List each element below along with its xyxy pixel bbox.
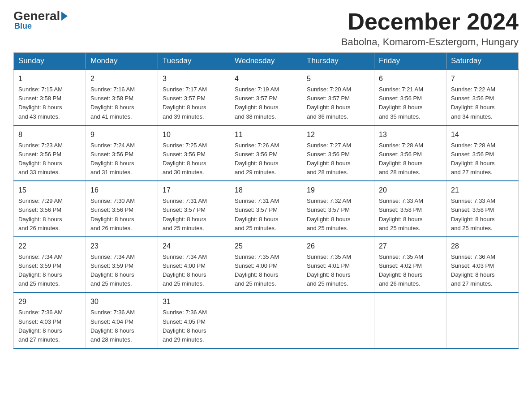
col-friday: Friday: [374, 53, 446, 70]
logo-blue-text: Blue: [14, 21, 32, 31]
table-row: 24Sunrise: 7:34 AMSunset: 4:00 PMDayligh…: [158, 237, 230, 293]
day-number: 30: [90, 296, 153, 307]
day-info: Sunrise: 7:21 AMSunset: 3:56 PMDaylight:…: [379, 85, 442, 121]
day-number: 25: [235, 241, 297, 252]
table-row: 1Sunrise: 7:15 AMSunset: 3:58 PMDaylight…: [14, 69, 86, 125]
day-number: 24: [163, 241, 225, 252]
table-row: 13Sunrise: 7:28 AMSunset: 3:56 PMDayligh…: [374, 125, 446, 181]
day-info: Sunrise: 7:36 AMSunset: 4:04 PMDaylight:…: [90, 308, 153, 344]
col-monday: Monday: [86, 53, 158, 70]
day-number: 6: [379, 73, 442, 84]
day-number: 10: [163, 129, 225, 140]
table-row: 30Sunrise: 7:36 AMSunset: 4:04 PMDayligh…: [86, 292, 158, 348]
table-row: 19Sunrise: 7:32 AMSunset: 3:57 PMDayligh…: [302, 181, 374, 237]
table-row: 29Sunrise: 7:36 AMSunset: 4:03 PMDayligh…: [14, 292, 86, 348]
calendar-table: Sunday Monday Tuesday Wednesday Thursday…: [13, 52, 519, 349]
day-number: 19: [307, 185, 369, 196]
day-info: Sunrise: 7:35 AMSunset: 4:01 PMDaylight:…: [307, 253, 369, 289]
day-number: 15: [18, 185, 81, 196]
col-thursday: Thursday: [302, 53, 374, 70]
day-info: Sunrise: 7:31 AMSunset: 3:57 PMDaylight:…: [235, 197, 297, 233]
table-row: 17Sunrise: 7:31 AMSunset: 3:57 PMDayligh…: [158, 181, 230, 237]
day-number: 31: [163, 296, 225, 307]
day-number: 27: [379, 241, 442, 252]
day-number: 29: [18, 296, 81, 307]
day-info: Sunrise: 7:34 AMSunset: 3:59 PMDaylight:…: [18, 253, 81, 289]
day-info: Sunrise: 7:28 AMSunset: 3:56 PMDaylight:…: [451, 141, 514, 177]
day-number: 12: [307, 129, 369, 140]
day-number: 3: [163, 73, 225, 84]
month-title: December 2024: [341, 9, 519, 34]
table-row: 12Sunrise: 7:27 AMSunset: 3:56 PMDayligh…: [302, 125, 374, 181]
table-row: [302, 292, 374, 348]
day-number: 26: [307, 241, 369, 252]
day-info: Sunrise: 7:35 AMSunset: 4:00 PMDaylight:…: [235, 253, 297, 289]
day-info: Sunrise: 7:36 AMSunset: 4:03 PMDaylight:…: [18, 308, 81, 344]
table-row: 10Sunrise: 7:25 AMSunset: 3:56 PMDayligh…: [158, 125, 230, 181]
table-row: 5Sunrise: 7:20 AMSunset: 3:57 PMDaylight…: [302, 69, 374, 125]
day-number: 7: [451, 73, 514, 84]
day-number: 11: [235, 129, 297, 140]
table-row: 14Sunrise: 7:28 AMSunset: 3:56 PMDayligh…: [446, 125, 519, 181]
table-row: 15Sunrise: 7:29 AMSunset: 3:56 PMDayligh…: [14, 181, 86, 237]
table-row: 8Sunrise: 7:23 AMSunset: 3:56 PMDaylight…: [14, 125, 86, 181]
day-info: Sunrise: 7:36 AMSunset: 4:03 PMDaylight:…: [451, 253, 514, 289]
table-row: [446, 292, 519, 348]
day-info: Sunrise: 7:28 AMSunset: 3:56 PMDaylight:…: [379, 141, 442, 177]
table-row: 31Sunrise: 7:36 AMSunset: 4:05 PMDayligh…: [158, 292, 230, 348]
day-number: 16: [90, 185, 153, 196]
table-row: 26Sunrise: 7:35 AMSunset: 4:01 PMDayligh…: [302, 237, 374, 293]
col-tuesday: Tuesday: [158, 53, 230, 70]
col-saturday: Saturday: [446, 53, 519, 70]
day-info: Sunrise: 7:20 AMSunset: 3:57 PMDaylight:…: [307, 85, 369, 121]
day-info: Sunrise: 7:26 AMSunset: 3:56 PMDaylight:…: [235, 141, 297, 177]
day-number: 14: [451, 129, 514, 140]
day-info: Sunrise: 7:24 AMSunset: 3:56 PMDaylight:…: [90, 141, 153, 177]
table-row: 18Sunrise: 7:31 AMSunset: 3:57 PMDayligh…: [230, 181, 302, 237]
day-info: Sunrise: 7:35 AMSunset: 4:02 PMDaylight:…: [379, 253, 442, 289]
table-row: 23Sunrise: 7:34 AMSunset: 3:59 PMDayligh…: [86, 237, 158, 293]
table-row: 2Sunrise: 7:16 AMSunset: 3:58 PMDaylight…: [86, 69, 158, 125]
day-number: 2: [90, 73, 153, 84]
day-number: 13: [379, 129, 442, 140]
day-info: Sunrise: 7:36 AMSunset: 4:05 PMDaylight:…: [163, 308, 225, 344]
day-number: 1: [18, 73, 81, 84]
day-number: 20: [379, 185, 442, 196]
table-row: 25Sunrise: 7:35 AMSunset: 4:00 PMDayligh…: [230, 237, 302, 293]
table-row: [230, 292, 302, 348]
table-row: 4Sunrise: 7:19 AMSunset: 3:57 PMDaylight…: [230, 69, 302, 125]
day-info: Sunrise: 7:34 AMSunset: 4:00 PMDaylight:…: [163, 253, 225, 289]
calendar-week-row: 29Sunrise: 7:36 AMSunset: 4:03 PMDayligh…: [14, 292, 519, 348]
day-number: 22: [18, 241, 81, 252]
table-row: 28Sunrise: 7:36 AMSunset: 4:03 PMDayligh…: [446, 237, 519, 293]
table-row: 7Sunrise: 7:22 AMSunset: 3:56 PMDaylight…: [446, 69, 519, 125]
calendar-week-row: 22Sunrise: 7:34 AMSunset: 3:59 PMDayligh…: [14, 237, 519, 293]
table-row: 3Sunrise: 7:17 AMSunset: 3:57 PMDaylight…: [158, 69, 230, 125]
day-number: 9: [90, 129, 153, 140]
day-number: 18: [235, 185, 297, 196]
day-info: Sunrise: 7:34 AMSunset: 3:59 PMDaylight:…: [90, 253, 153, 289]
day-info: Sunrise: 7:29 AMSunset: 3:56 PMDaylight:…: [18, 197, 81, 233]
day-info: Sunrise: 7:22 AMSunset: 3:56 PMDaylight:…: [451, 85, 514, 121]
logo: General Blue: [13, 9, 68, 31]
day-info: Sunrise: 7:19 AMSunset: 3:57 PMDaylight:…: [235, 85, 297, 121]
day-info: Sunrise: 7:15 AMSunset: 3:58 PMDaylight:…: [18, 85, 81, 121]
day-number: 17: [163, 185, 225, 196]
day-info: Sunrise: 7:32 AMSunset: 3:57 PMDaylight:…: [307, 197, 369, 233]
col-sunday: Sunday: [14, 53, 86, 70]
day-info: Sunrise: 7:17 AMSunset: 3:57 PMDaylight:…: [163, 85, 225, 121]
col-wednesday: Wednesday: [230, 53, 302, 70]
day-info: Sunrise: 7:33 AMSunset: 3:58 PMDaylight:…: [451, 197, 514, 233]
day-info: Sunrise: 7:31 AMSunset: 3:57 PMDaylight:…: [163, 197, 225, 233]
day-number: 23: [90, 241, 153, 252]
day-number: 28: [451, 241, 514, 252]
table-row: 22Sunrise: 7:34 AMSunset: 3:59 PMDayligh…: [14, 237, 86, 293]
day-info: Sunrise: 7:25 AMSunset: 3:56 PMDaylight:…: [163, 141, 225, 177]
day-info: Sunrise: 7:27 AMSunset: 3:56 PMDaylight:…: [307, 141, 369, 177]
calendar-header-row: Sunday Monday Tuesday Wednesday Thursday…: [14, 53, 519, 70]
day-number: 4: [235, 73, 297, 84]
table-row: 27Sunrise: 7:35 AMSunset: 4:02 PMDayligh…: [374, 237, 446, 293]
day-info: Sunrise: 7:30 AMSunset: 3:56 PMDaylight:…: [90, 197, 153, 233]
title-block: December 2024 Babolna, Komarom-Esztergom…: [341, 9, 519, 48]
table-row: [374, 292, 446, 348]
